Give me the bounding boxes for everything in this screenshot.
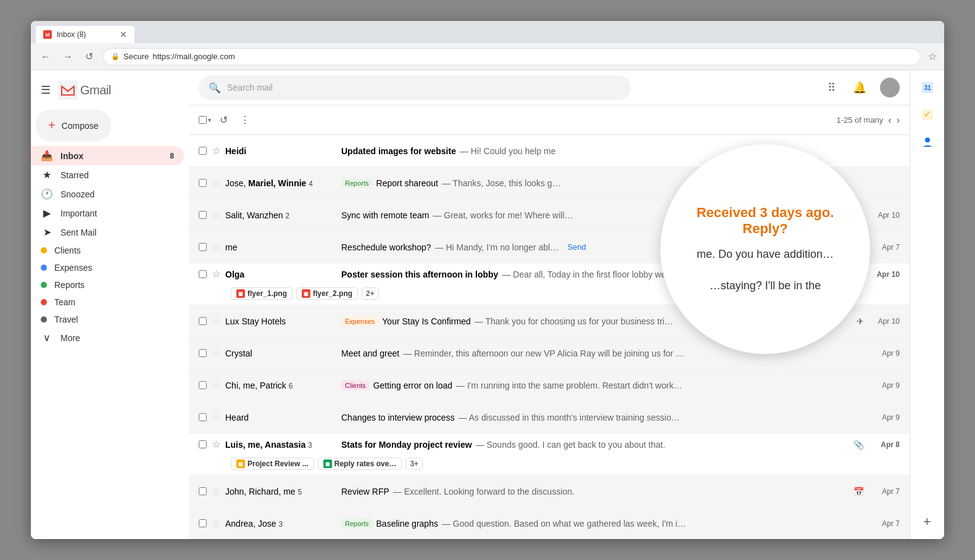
drive-attachment-chip[interactable]: ▦ Project Review ... — [231, 458, 314, 470]
email-select-checkbox[interactable] — [199, 349, 207, 357]
sidebar-item-reports[interactable]: Reports — [31, 276, 184, 294]
svg-rect-0 — [58, 80, 78, 100]
select-dropdown-icon[interactable]: ▾ — [208, 117, 211, 123]
sidebar-item-snoozed[interactable]: 🕐 Snoozed — [31, 184, 184, 204]
search-bar[interactable]: 🔍 Search mail — [199, 75, 631, 100]
select-all-input[interactable] — [199, 116, 207, 124]
google-calendar-icon[interactable]: 31 — [915, 75, 940, 100]
url-bar[interactable]: 🔒 Secure https://mail.google.com — [103, 48, 921, 65]
star-toggle-icon[interactable]: ☆ — [212, 347, 220, 359]
email-body: Changes to interview process — As discus… — [341, 413, 864, 422]
compose-button[interactable]: + Compose — [36, 110, 111, 141]
svg-point-5 — [925, 138, 930, 142]
attachment-chip[interactable]: ▦ flyer_2.png — [296, 287, 358, 300]
star-toggle-icon[interactable]: ☆ — [212, 241, 220, 253]
attachments-more[interactable]: 2+ — [362, 287, 379, 300]
email-date: Apr 9 — [869, 381, 900, 390]
star-toggle-icon[interactable]: ☆ — [212, 177, 220, 189]
secure-icon: 🔒 — [111, 52, 120, 60]
sidebar-item-team[interactable]: Team — [31, 294, 184, 311]
sidebar-item-expenses[interactable]: Expenses — [31, 259, 184, 276]
url-text: https://mail.google.com — [152, 52, 235, 61]
email-select-checkbox[interactable] — [199, 179, 207, 187]
email-select-checkbox[interactable] — [199, 147, 207, 155]
email-select-checkbox[interactable] — [199, 270, 207, 278]
secure-text: Secure — [123, 52, 149, 61]
tab-close-btn[interactable]: ✕ — [120, 30, 127, 39]
more-options-icon[interactable]: ⋮ — [236, 110, 254, 130]
google-contacts-icon[interactable] — [915, 130, 940, 154]
sidebar-item-more[interactable]: ∨ More — [31, 328, 184, 347]
email-row-top: ☆ Luis, me, Anastasia 3 Stats for Monday… — [199, 439, 900, 450]
email-select-checkbox[interactable] — [199, 243, 207, 251]
email-sender: Chi, me, Patrick 6 — [225, 381, 336, 390]
email-sender: Lux Stay Hotels — [225, 316, 336, 326]
email-row[interactable]: ☆ Luis, me, Anastasia 3 Stats for Monday… — [189, 434, 910, 476]
star-toggle-icon[interactable]: ☆ — [212, 268, 220, 280]
apps-icon[interactable]: ⠿ — [824, 77, 839, 98]
email-select-checkbox[interactable] — [199, 487, 207, 495]
forward-button[interactable]: → — [60, 49, 75, 65]
user-avatar[interactable] — [880, 78, 900, 97]
sidebar-item-label: Important — [60, 208, 97, 218]
attachments-more[interactable]: 3+ — [405, 458, 423, 470]
star-toggle-icon[interactable]: ☆ — [212, 315, 220, 327]
google-tasks-icon[interactable]: ✓ — [915, 102, 940, 127]
email-select-checkbox[interactable] — [199, 317, 207, 325]
star-toggle-icon[interactable]: ☆ — [212, 517, 220, 529]
notification-bell-icon[interactable]: 🔔 — [849, 77, 870, 98]
active-tab[interactable]: M Inbox (8) ✕ — [36, 26, 135, 43]
important-icon: ▶ — [41, 207, 53, 219]
email-select-checkbox[interactable] — [199, 381, 207, 389]
email-preview: — Hi! Could you help me — [460, 146, 556, 156]
image-icon: ▦ — [236, 289, 245, 298]
sidebar-item-starred[interactable]: ★ Starred — [31, 165, 184, 184]
select-all-checkbox[interactable]: ▾ — [199, 116, 211, 124]
email-subject: Review RFP — [341, 487, 389, 496]
star-toggle-icon[interactable]: ☆ — [212, 379, 220, 391]
star-toggle-icon[interactable]: ☆ — [212, 411, 220, 423]
hamburger-icon[interactable]: ☰ — [41, 83, 51, 97]
drive-green-icon: ▦ — [323, 459, 332, 468]
email-select-checkbox[interactable] — [199, 440, 207, 448]
star-toggle-icon[interactable]: ☆ — [212, 485, 220, 497]
sidebar-item-important[interactable]: ▶ Important — [31, 204, 184, 223]
refresh-emails-icon[interactable]: ↺ — [216, 110, 231, 130]
prev-page-icon[interactable]: ‹ — [888, 115, 891, 126]
star-toggle-icon[interactable]: ☆ — [212, 439, 220, 450]
email-sender: Salit, Wanzhen 2 — [225, 210, 336, 220]
email-toolbar: ▾ ↺ ⋮ 1-25 of many ‹ › — [189, 105, 910, 135]
bookmark-icon[interactable]: ☆ — [928, 51, 937, 62]
drive-attachments-row: ▦ Project Review ... ▦ Reply rates ove… … — [199, 458, 900, 470]
back-button[interactable]: ← — [38, 49, 53, 65]
star-toggle-icon[interactable]: ☆ — [212, 209, 220, 221]
email-select-checkbox[interactable] — [199, 519, 207, 527]
email-subject: Getting error on load — [373, 381, 452, 390]
email-row[interactable]: ☆ John, Richard, me 5 Review RFP — Excel… — [189, 476, 910, 508]
inbox-badge: 8 — [170, 152, 174, 160]
email-subject: Changes to interview process — [341, 413, 455, 422]
email-row[interactable]: ☆ Chi, me, Patrick 6 Clients Getting err… — [189, 369, 910, 401]
attachment-icon: 📎 — [853, 440, 864, 450]
email-select-checkbox[interactable] — [199, 211, 207, 219]
drive-attachment-chip[interactable]: ▦ Reply rates ove… — [318, 458, 402, 470]
email-row[interactable]: ☆ Andrea, Jose 3 Reports Baseline graphs… — [189, 508, 910, 539]
email-sender: Jose, Mariel, Winnie 4 — [225, 178, 336, 188]
sidebar-item-label: Reports — [54, 280, 85, 290]
sidebar-item-sent[interactable]: ➤ Sent Mail — [31, 223, 184, 242]
next-page-icon[interactable]: › — [897, 115, 900, 126]
star-toggle-icon[interactable]: ☆ — [212, 145, 220, 157]
sidebar-item-inbox[interactable]: 📥 Inbox 8 — [31, 146, 184, 165]
email-row[interactable]: ☆ Heard Changes to interview process — A… — [189, 401, 910, 434]
sidebar-item-clients[interactable]: Clients — [31, 242, 184, 259]
reports-dot — [41, 282, 47, 288]
email-select-checkbox[interactable] — [199, 413, 207, 421]
add-apps-icon[interactable]: + — [915, 509, 940, 534]
email-subject: Reschedule workshop? — [341, 242, 431, 252]
sidebar-item-label: Inbox — [60, 151, 83, 161]
refresh-button[interactable]: ↺ — [83, 48, 96, 65]
sidebar-item-travel[interactable]: Travel — [31, 311, 184, 328]
team-dot — [41, 299, 47, 305]
attachment-chip[interactable]: ▦ flyer_1.png — [231, 287, 292, 300]
sidebar-item-label: Expenses — [54, 263, 92, 273]
